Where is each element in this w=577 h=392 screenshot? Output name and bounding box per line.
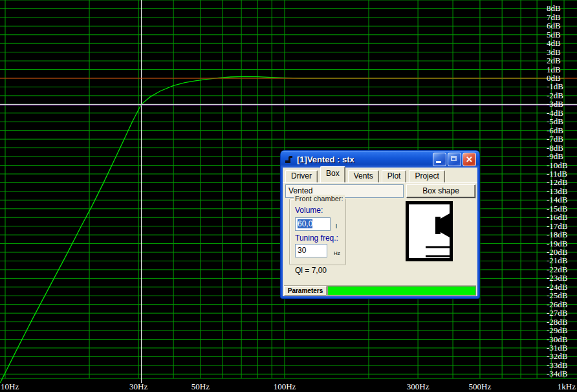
svg-text:1kHz: 1kHz — [558, 382, 576, 391]
svg-text:-34dB: -34dB — [547, 369, 568, 378]
svg-text:50Hz: 50Hz — [191, 382, 210, 391]
maximize-button[interactable] — [448, 153, 461, 166]
minimize-icon — [436, 161, 441, 163]
svg-text:500Hz: 500Hz — [469, 382, 492, 391]
volume-input[interactable]: 60,0 — [295, 217, 331, 231]
volume-unit: l — [336, 223, 337, 230]
tab-box[interactable]: Box — [320, 166, 345, 182]
tuning-freq-input[interactable]: 30 — [295, 244, 327, 257]
tab-strip: Driver Box Vents Plot Project — [285, 169, 448, 182]
parameters-panel[interactable]: Parameters — [284, 286, 327, 296]
app-screen: 8dB7dB6dB5dB4dB3dB2dB1dB0dB-1dB-2dB-3dB-… — [0, 0, 577, 392]
ql-readout: Ql = 7,00 — [295, 266, 327, 275]
svg-text:100Hz: 100Hz — [274, 382, 296, 391]
tab-plot[interactable]: Plot — [382, 170, 407, 182]
volume-label: Volume: — [295, 206, 323, 215]
status-progress-bar — [327, 286, 476, 296]
close-icon: ✕ — [463, 153, 475, 166]
close-button[interactable]: ✕ — [463, 153, 476, 166]
svg-text:300Hz: 300Hz — [407, 382, 430, 391]
svg-text:30Hz: 30Hz — [129, 382, 147, 391]
box-shape-image — [406, 201, 453, 261]
minimize-button[interactable] — [433, 153, 446, 166]
tab-project[interactable]: Project — [409, 170, 444, 182]
svg-text:10Hz: 10Hz — [1, 382, 19, 391]
front-chamber-legend: Front chamber: — [294, 195, 345, 202]
title-bar[interactable]: [1]Vented : stx ✕ — [281, 151, 479, 168]
tab-vents[interactable]: Vents — [348, 170, 379, 182]
pipe-icon — [284, 155, 294, 164]
maximize-icon — [451, 156, 457, 161]
tuning-freq-unit: Hz — [334, 250, 340, 256]
tab-driver[interactable]: Driver — [285, 170, 318, 182]
status-bar: Parameters — [284, 285, 476, 296]
volume-value: 60,0 — [298, 219, 312, 228]
tuning-freq-label: Tuning freq.: — [295, 234, 338, 243]
front-chamber-group: Front chamber: Volume: 60,0 l Tuning fre… — [289, 199, 346, 265]
window-title: [1]Vented : stx — [297, 155, 431, 164]
window-client-area: Driver Box Vents Plot Project Vented Box… — [283, 168, 477, 296]
box-shape-button[interactable]: Box shape — [406, 184, 475, 198]
vented-box-window[interactable]: [1]Vented : stx ✕ Driver Box Vents Plot … — [281, 151, 479, 298]
